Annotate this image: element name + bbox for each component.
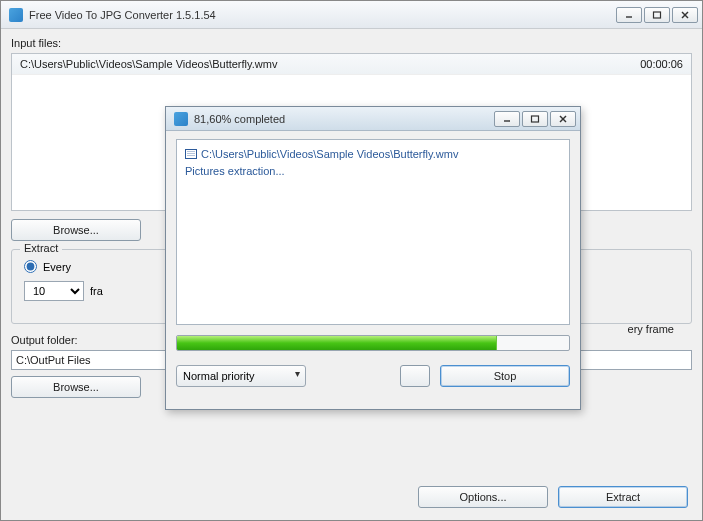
file-path: C:\Users\Public\Videos\Sample Videos\But…	[20, 58, 640, 70]
browse-output-button[interactable]: Browse...	[11, 376, 141, 398]
options-button[interactable]: Options...	[418, 486, 548, 508]
extract-legend: Extract	[20, 242, 62, 254]
close-button[interactable]	[672, 7, 698, 23]
dialog-title: 81,60% completed	[194, 113, 494, 125]
log-status-line: Pictures extraction...	[185, 163, 561, 180]
dialog-actions: Normal priority Stop	[176, 365, 570, 387]
dialog-close-button[interactable]	[550, 111, 576, 127]
progress-bar	[176, 335, 570, 351]
progress-log: C:\Users\Public\Videos\Sample Videos\But…	[176, 139, 570, 325]
every-frame-label-fragment: ery frame	[628, 323, 674, 335]
frames-suffix: fra	[90, 285, 103, 297]
stop-button[interactable]: Stop	[440, 365, 570, 387]
input-files-label: Input files:	[11, 37, 692, 49]
log-file-line: C:\Users\Public\Videos\Sample Videos\But…	[185, 146, 561, 163]
main-window: Free Video To JPG Converter 1.5.1.54 Inp…	[0, 0, 703, 521]
dialog-window-controls	[494, 111, 576, 127]
main-titlebar: Free Video To JPG Converter 1.5.1.54	[1, 1, 702, 29]
priority-select-wrap: Normal priority	[176, 365, 306, 387]
app-title: Free Video To JPG Converter 1.5.1.54	[29, 9, 616, 21]
dialog-app-icon	[174, 112, 188, 126]
every-label: Every	[43, 261, 71, 273]
extract-button[interactable]: Extract	[558, 486, 688, 508]
dialog-maximize-button[interactable]	[522, 111, 548, 127]
window-controls	[616, 7, 698, 23]
progress-dialog: 81,60% completed C:\Users\Public\Videos\…	[165, 106, 581, 410]
dialog-minimize-button[interactable]	[494, 111, 520, 127]
open-folder-button[interactable]	[400, 365, 430, 387]
dialog-titlebar: 81,60% completed	[166, 107, 580, 131]
log-file-path: C:\Users\Public\Videos\Sample Videos\But…	[201, 148, 458, 160]
video-file-icon	[185, 149, 197, 159]
every-value-combo[interactable]: 10	[24, 281, 84, 301]
browse-input-button[interactable]: Browse...	[11, 219, 141, 241]
app-icon	[9, 8, 23, 22]
minimize-button[interactable]	[616, 7, 642, 23]
priority-select[interactable]: Normal priority	[176, 365, 306, 387]
file-duration: 00:00:06	[640, 58, 683, 70]
input-file-row[interactable]: C:\Users\Public\Videos\Sample Videos\But…	[12, 54, 691, 75]
bottom-actions: Options... Extract	[418, 486, 688, 508]
svg-rect-5	[532, 116, 539, 122]
svg-rect-1	[654, 12, 661, 18]
progress-fill	[177, 336, 497, 350]
dialog-body: C:\Users\Public\Videos\Sample Videos\But…	[166, 131, 580, 395]
every-radio[interactable]	[24, 260, 37, 273]
maximize-button[interactable]	[644, 7, 670, 23]
